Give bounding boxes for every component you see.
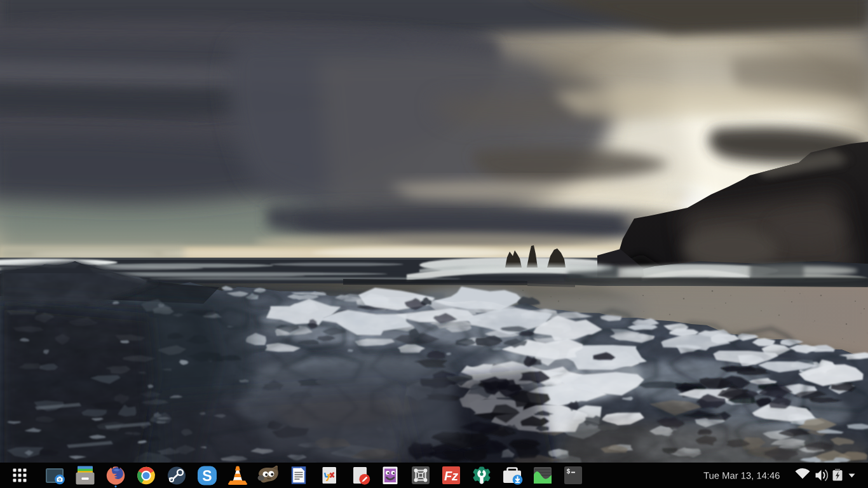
- svg-text:$: $: [567, 468, 571, 475]
- svg-text:Fz: Fz: [444, 469, 458, 483]
- svg-text:S: S: [202, 468, 212, 484]
